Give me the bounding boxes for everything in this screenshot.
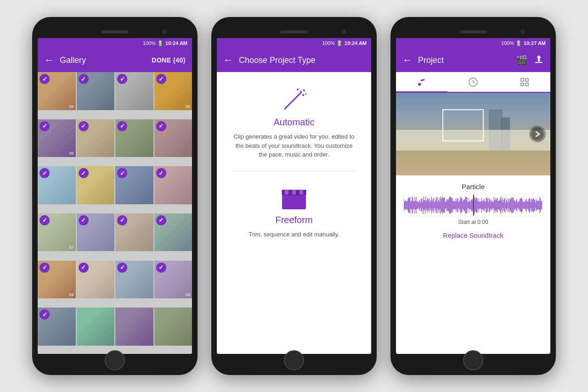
check-mark <box>79 74 89 84</box>
check-mark <box>117 263 127 273</box>
check-mark <box>156 121 166 131</box>
gallery-cell[interactable] <box>77 166 115 204</box>
gallery-cell[interactable]: 07 <box>38 213 76 252</box>
battery-text-1: 100% <box>143 40 156 46</box>
status-bar-1: 100% 🔋 10:24 AM <box>38 38 192 48</box>
gallery-cell[interactable] <box>115 119 153 157</box>
svg-point-19 <box>531 128 544 140</box>
svg-point-3 <box>303 90 305 91</box>
app-bar-2: ← Choose Project Type <box>217 48 371 72</box>
automatic-title: Automatic <box>274 117 315 128</box>
check-mark <box>117 74 127 84</box>
share-icon[interactable] <box>534 54 544 67</box>
home-button-2[interactable] <box>284 350 304 370</box>
svg-line-0 <box>285 95 299 109</box>
check-mark <box>40 215 50 225</box>
gallery-title: Gallery <box>60 56 146 65</box>
check-mark <box>40 74 50 84</box>
gallery-cell[interactable]: 06 <box>38 119 76 157</box>
cell-number: 04 <box>69 292 74 297</box>
home-button-3[interactable] <box>463 350 483 370</box>
gallery-cell[interactable]: 06 <box>38 72 76 110</box>
freeform-description: Trim, sequence and edit manually. <box>249 230 339 239</box>
done-button[interactable]: DONE (40) <box>152 56 186 64</box>
time-1: 10:24 AM <box>165 40 187 46</box>
tab-timeline[interactable] <box>447 72 499 92</box>
choose-project-title: Choose Project Type <box>239 56 365 65</box>
check-mark <box>79 263 89 273</box>
svg-rect-11 <box>292 190 296 195</box>
gallery-cell[interactable] <box>115 213 153 252</box>
back-button-3[interactable]: ← <box>402 54 413 66</box>
svg-point-2 <box>300 91 302 93</box>
waveform[interactable] <box>403 194 543 216</box>
automatic-option[interactable]: Automatic Clip generates a great video f… <box>217 72 371 168</box>
check-mark <box>156 263 166 273</box>
options-divider <box>232 171 356 171</box>
gallery-cell[interactable] <box>38 166 76 204</box>
battery-text-2: 100% <box>322 40 335 46</box>
gallery-cell[interactable] <box>38 308 76 346</box>
back-button-2[interactable]: ← <box>223 54 233 66</box>
check-mark <box>156 74 166 84</box>
cell-number: 04 <box>186 292 190 297</box>
back-button-1[interactable]: ← <box>44 54 54 66</box>
tab-clips[interactable] <box>499 72 550 92</box>
phone-3: 100% 🔋 10:27 AM ← Project 🎬 <box>390 17 556 375</box>
freeform-title: Freeform <box>275 215 312 225</box>
gallery-cell[interactable] <box>154 308 192 346</box>
tab-music[interactable] <box>396 72 447 93</box>
front-camera-1 <box>162 29 167 34</box>
svg-line-1 <box>299 93 301 95</box>
gallery-cell[interactable] <box>77 72 115 110</box>
gallery-cell[interactable] <box>115 308 153 346</box>
check-mark <box>117 215 127 225</box>
svg-rect-12 <box>300 190 303 195</box>
music-section: Particle Start at 0:00 Replace Soundtrac… <box>396 175 550 243</box>
gallery-cell[interactable] <box>77 308 115 346</box>
next-arrow[interactable] <box>529 126 546 142</box>
svg-point-5 <box>297 89 299 90</box>
svg-point-6 <box>305 94 307 95</box>
time-2: 10:24 AM <box>345 40 367 46</box>
gallery-cell[interactable] <box>154 119 192 157</box>
status-bar-2: 100% 🔋 10:24 AM <box>217 38 371 48</box>
cell-number: 04 <box>186 104 190 109</box>
speaker-1 <box>101 30 129 34</box>
check-mark <box>40 263 50 273</box>
phone-1-screen: 100% 🔋 10:24 AM ← Gallery DONE (40) 0604… <box>38 38 192 354</box>
wand-icon <box>280 86 308 117</box>
gallery-cell[interactable] <box>77 119 115 157</box>
check-mark <box>40 309 50 319</box>
start-at-label: Start at 0:00 <box>403 219 543 225</box>
check-mark <box>40 168 50 178</box>
front-camera-3 <box>520 29 525 34</box>
freeform-option[interactable]: Freeform Trim, sequence and edit manuall… <box>217 174 371 248</box>
check-mark <box>117 168 127 178</box>
gallery-cell[interactable] <box>154 213 192 252</box>
home-button-1[interactable] <box>105 350 125 370</box>
phone-1: 100% 🔋 10:24 AM ← Gallery DONE (40) 0604… <box>32 17 198 375</box>
check-mark <box>156 168 166 178</box>
phone-2-screen: 100% 🔋 10:24 AM ← Choose Project Type <box>217 38 371 354</box>
automatic-description: Clip generates a great video for you, ed… <box>231 132 357 159</box>
gallery-cell[interactable]: 04 <box>154 72 192 110</box>
gallery-cell[interactable] <box>154 166 192 204</box>
check-mark <box>79 168 89 178</box>
svg-rect-16 <box>526 78 528 81</box>
gallery-cell[interactable]: 04 <box>154 261 192 299</box>
gallery-cell[interactable] <box>77 213 115 252</box>
gallery-cell[interactable] <box>115 261 153 299</box>
gallery-cell[interactable] <box>115 166 153 204</box>
phone-2: 100% 🔋 10:24 AM ← Choose Project Type <box>211 17 377 375</box>
replace-soundtrack-button[interactable]: Replace Soundtrack <box>403 232 543 239</box>
gallery-cell[interactable] <box>77 261 115 299</box>
svg-point-4 <box>302 94 304 96</box>
gallery-cell[interactable] <box>115 72 153 110</box>
video-icon[interactable]: 🎬 <box>516 55 527 66</box>
status-bar-3: 100% 🔋 10:27 AM <box>396 38 550 48</box>
battery-icon-2: 🔋 <box>336 40 343 46</box>
gallery-grid: 060406070404 <box>38 72 192 354</box>
track-name: Particle <box>403 183 543 190</box>
gallery-cell[interactable]: 04 <box>38 261 76 299</box>
